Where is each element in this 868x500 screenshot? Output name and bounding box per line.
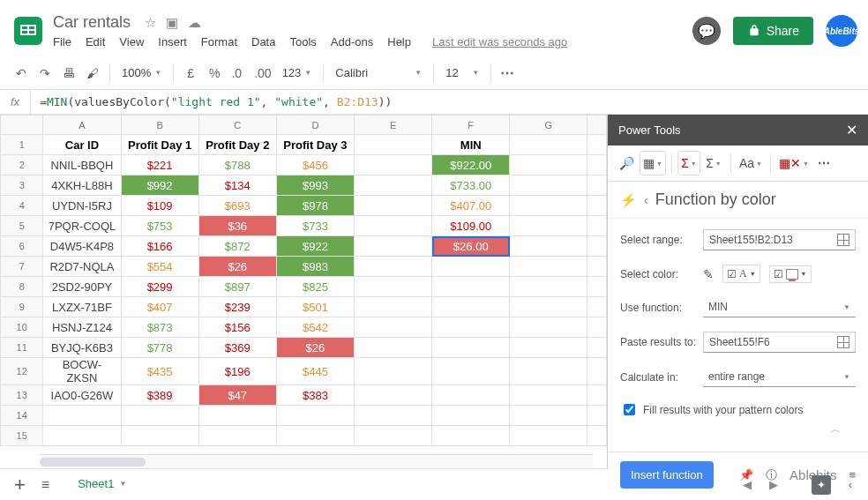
cell[interactable]: [355, 426, 432, 446]
cell[interactable]: [432, 317, 510, 338]
cell[interactable]: R2D7-NQLA: [43, 257, 121, 277]
cell[interactable]: BOCW-ZKSN: [43, 358, 121, 385]
cell[interactable]: [355, 175, 432, 196]
cell[interactable]: $873: [121, 317, 198, 338]
sheets-logo[interactable]: [11, 13, 46, 49]
cell[interactable]: [510, 257, 587, 277]
cell[interactable]: [355, 358, 432, 385]
font-size-select[interactable]: 12▼: [440, 66, 484, 79]
cell[interactable]: $389: [121, 385, 198, 406]
row-header[interactable]: 9: [1, 297, 43, 317]
cell[interactable]: [355, 317, 432, 338]
menu-addons[interactable]: Add-ons: [331, 35, 373, 49]
explore-button[interactable]: ✦: [812, 475, 831, 495]
tab-nav-left[interactable]: ◀: [743, 478, 752, 491]
cell[interactable]: $47: [198, 385, 276, 406]
insert-function-button[interactable]: Insert function: [620, 461, 714, 489]
cell[interactable]: $778: [121, 338, 198, 358]
cell[interactable]: $554: [121, 257, 198, 277]
cell[interactable]: $501: [276, 297, 354, 317]
menu-edit[interactable]: Edit: [86, 35, 105, 49]
move-icon[interactable]: ▣: [166, 15, 178, 30]
cell[interactable]: [43, 406, 121, 426]
cell[interactable]: Car ID: [43, 135, 121, 155]
use-function-select[interactable]: MIN▼: [703, 297, 856, 317]
cell[interactable]: D4W5-K4P8: [43, 236, 121, 257]
row-header[interactable]: 7: [1, 257, 43, 277]
panel-tool-sigma[interactable]: Σ▼: [702, 151, 725, 175]
row-header[interactable]: 15: [1, 426, 43, 446]
cell[interactable]: [510, 175, 587, 196]
cell[interactable]: [510, 385, 587, 406]
row-header[interactable]: 8: [1, 277, 43, 297]
fill-color-toggle[interactable]: ☑▼: [769, 265, 812, 283]
cell[interactable]: HSNJ-Z124: [43, 317, 121, 338]
cell[interactable]: $922.00: [432, 155, 510, 175]
cell[interactable]: $166: [121, 236, 198, 257]
cell[interactable]: [432, 385, 510, 406]
undo-button[interactable]: ↶: [11, 62, 32, 85]
cell[interactable]: [355, 196, 432, 216]
menu-help[interactable]: Help: [387, 35, 411, 49]
cell[interactable]: [355, 338, 432, 358]
horizontal-scrollbar[interactable]: [40, 454, 593, 468]
decrease-decimal-button[interactable]: .0: [228, 62, 249, 85]
print-button[interactable]: 🖶: [58, 62, 79, 85]
cell[interactable]: LXZX-71BF: [43, 297, 121, 317]
cell[interactable]: [121, 426, 198, 446]
menu-view[interactable]: View: [119, 35, 144, 49]
cell[interactable]: [198, 426, 276, 446]
back-icon[interactable]: ‹: [644, 193, 648, 207]
cell[interactable]: $299: [121, 277, 198, 297]
cell[interactable]: [432, 426, 510, 446]
cell[interactable]: $36: [198, 216, 276, 236]
cell[interactable]: $897: [198, 277, 276, 297]
comments-button[interactable]: 💬: [692, 17, 721, 45]
cell[interactable]: [276, 426, 354, 446]
eyedropper-icon[interactable]: ✎: [703, 267, 714, 281]
cell[interactable]: $109: [121, 196, 198, 216]
col-header[interactable]: C: [198, 116, 276, 135]
cell[interactable]: $825: [276, 277, 354, 297]
number-format-select[interactable]: 123▼: [277, 66, 318, 79]
cell[interactable]: $983: [276, 257, 354, 277]
add-sheet-button[interactable]: +: [14, 474, 26, 496]
cell[interactable]: [510, 236, 587, 257]
range-picker-icon[interactable]: [837, 234, 849, 246]
calc-in-select[interactable]: entire range▼: [703, 367, 856, 387]
cell[interactable]: [510, 317, 587, 338]
paint-format-button[interactable]: 🖌: [82, 62, 103, 85]
cell[interactable]: [510, 297, 587, 317]
cell[interactable]: [276, 406, 354, 426]
cell[interactable]: Profit Day 2: [198, 135, 276, 155]
cell[interactable]: $435: [121, 358, 198, 385]
cell[interactable]: [587, 406, 607, 426]
cell[interactable]: $383: [276, 385, 354, 406]
cell[interactable]: [510, 155, 587, 175]
cell[interactable]: [510, 277, 587, 297]
col-header[interactable]: G: [510, 116, 587, 135]
cell[interactable]: MIN: [432, 135, 510, 155]
cell[interactable]: $196: [198, 358, 276, 385]
panel-tool-text[interactable]: Aa▼: [737, 151, 765, 175]
row-header[interactable]: 1: [1, 135, 43, 155]
menu-file[interactable]: File: [53, 35, 71, 49]
cell[interactable]: $221: [121, 155, 198, 175]
cell[interactable]: [510, 216, 587, 236]
font-color-toggle[interactable]: ☑A▼: [722, 265, 760, 283]
col-header[interactable]: D: [276, 116, 354, 135]
account-avatar[interactable]: AbleBits: [826, 15, 857, 47]
menu-insert[interactable]: Insert: [158, 35, 187, 49]
cell[interactable]: $445: [276, 358, 354, 385]
cell[interactable]: $239: [198, 297, 276, 317]
cell[interactable]: $369: [198, 338, 276, 358]
cell[interactable]: Profit Day 1: [121, 135, 198, 155]
cell[interactable]: [355, 385, 432, 406]
row-header[interactable]: 6: [1, 236, 43, 257]
more-toolbar-button[interactable]: ⋯: [498, 62, 519, 85]
increase-decimal-button[interactable]: .00: [251, 62, 273, 85]
cell[interactable]: 4XKH-L88H: [43, 175, 121, 196]
cell[interactable]: [510, 358, 587, 385]
row-header[interactable]: 10: [1, 317, 43, 338]
cell[interactable]: [432, 406, 510, 426]
